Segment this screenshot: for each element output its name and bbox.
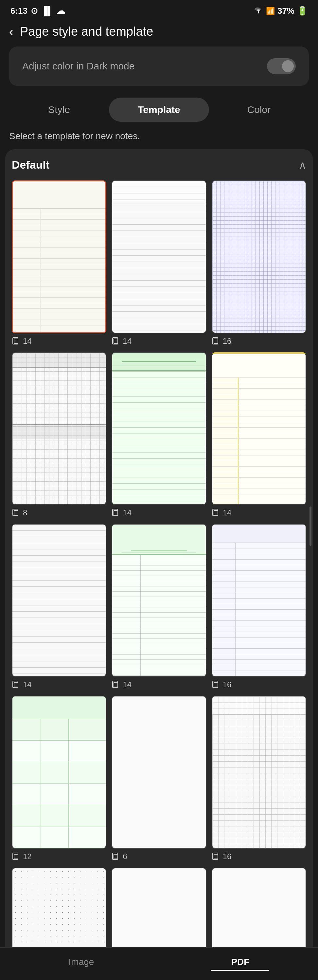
template-count: 6	[123, 852, 127, 861]
template-meta: 16	[212, 852, 232, 861]
svg-rect-8	[14, 511, 18, 515]
scrollbar[interactable]	[310, 506, 312, 546]
template-meta: 14	[112, 508, 131, 517]
signal-bars: 📶	[266, 7, 275, 15]
page-icon	[212, 680, 220, 689]
template-count: 14	[223, 508, 232, 517]
status-bar: 6:13 ⊙ ▐▌ ☁ 📶 37% 🔋	[0, 0, 318, 19]
header: ‹ Page style and template	[0, 19, 318, 46]
template-preview	[112, 524, 206, 677]
template-item[interactable]: 16	[212, 524, 306, 689]
cloud-icon: ☁	[57, 6, 65, 16]
template-preview	[112, 352, 206, 505]
template-count: 12	[23, 852, 32, 861]
back-button[interactable]: ‹	[9, 25, 13, 38]
bottom-tabs: Image PDF	[0, 947, 318, 980]
template-preview	[12, 524, 106, 677]
battery-icon: 🔋	[297, 6, 307, 16]
template-count: 8	[23, 508, 27, 517]
template-count: 14	[23, 337, 32, 346]
template-item[interactable]: 8	[12, 352, 106, 518]
wifi-icon	[253, 6, 263, 16]
templates-grid: 14 14 1	[12, 180, 306, 980]
template-item[interactable]: 14	[112, 180, 206, 346]
template-item[interactable]: 16	[212, 180, 306, 346]
page-icon	[12, 852, 20, 861]
section-subtitle: Select a template for new notes.	[9, 131, 309, 142]
page-icon	[12, 509, 20, 517]
template-preview	[212, 352, 306, 505]
section-title: Default	[12, 159, 49, 171]
page-icon	[212, 852, 220, 861]
bottom-tab-image[interactable]: Image	[49, 954, 114, 971]
template-meta: 6	[112, 852, 127, 861]
template-item[interactable]: 6	[112, 696, 206, 861]
toggle-knob	[282, 60, 294, 72]
page-icon	[112, 852, 120, 861]
battery: 37%	[277, 6, 294, 16]
status-left: 6:13 ⊙ ▐▌ ☁	[11, 6, 65, 16]
svg-rect-24	[214, 854, 218, 859]
template-count: 14	[123, 337, 131, 346]
page-icon	[12, 337, 20, 345]
page-title: Page style and template	[20, 25, 153, 39]
svg-rect-2	[14, 339, 18, 344]
status-right: 📶 37% 🔋	[253, 6, 307, 16]
svg-rect-14	[14, 682, 18, 687]
section-header: Default ∧	[12, 159, 306, 171]
template-meta: 8	[12, 508, 27, 517]
svg-rect-4	[114, 339, 118, 344]
template-meta: 16	[212, 337, 232, 346]
template-preview	[12, 352, 106, 505]
template-item[interactable]: 14	[12, 524, 106, 689]
template-item[interactable]: 16	[212, 696, 306, 861]
default-section: Default ∧ 14	[5, 149, 313, 980]
tab-template[interactable]: Template	[109, 97, 209, 122]
template-item[interactable]: 12	[12, 696, 106, 861]
page-icon	[112, 680, 120, 689]
time: 6:13	[11, 6, 27, 16]
template-meta: 14	[212, 508, 232, 517]
tab-color[interactable]: Color	[209, 97, 309, 122]
svg-rect-10	[114, 511, 118, 515]
tabs-container: Style Template Color	[9, 97, 309, 122]
svg-rect-6	[214, 339, 218, 344]
template-item[interactable]: 14	[212, 352, 306, 518]
template-meta: 14	[112, 680, 131, 689]
svg-rect-18	[214, 682, 218, 687]
template-preview	[112, 696, 206, 849]
template-count: 16	[223, 337, 232, 346]
template-count: 14	[123, 680, 131, 689]
template-count: 16	[223, 852, 232, 861]
bottom-tab-pdf[interactable]: PDF	[211, 954, 269, 971]
template-preview	[212, 524, 306, 677]
template-meta: 16	[212, 680, 232, 689]
template-item[interactable]: 14	[112, 524, 206, 689]
template-meta: 14	[112, 337, 131, 346]
dark-mode-toggle[interactable]	[267, 58, 296, 74]
page-icon	[112, 337, 120, 345]
tab-style[interactable]: Style	[9, 97, 109, 122]
template-preview	[212, 696, 306, 849]
template-preview	[12, 180, 106, 333]
template-count: 14	[123, 508, 131, 517]
svg-point-0	[258, 12, 259, 13]
template-meta: 14	[12, 680, 32, 689]
page-icon	[212, 337, 220, 345]
template-item[interactable]: 14	[12, 180, 106, 346]
template-preview	[212, 180, 306, 333]
notification-icon: ⊙	[31, 6, 38, 16]
page-icon	[112, 509, 120, 517]
svg-rect-20	[14, 854, 18, 859]
template-meta: 14	[12, 337, 32, 346]
template-count: 16	[223, 680, 232, 689]
template-count: 14	[23, 680, 32, 689]
svg-rect-12	[214, 511, 218, 515]
svg-rect-22	[114, 854, 118, 859]
dark-mode-row: Adjust color in Dark mode	[9, 46, 309, 86]
template-item[interactable]: 14	[112, 352, 206, 518]
dark-mode-label: Adjust color in Dark mode	[22, 60, 134, 72]
chevron-up-icon[interactable]: ∧	[299, 159, 306, 171]
svg-rect-16	[114, 682, 118, 687]
template-preview	[12, 696, 106, 849]
